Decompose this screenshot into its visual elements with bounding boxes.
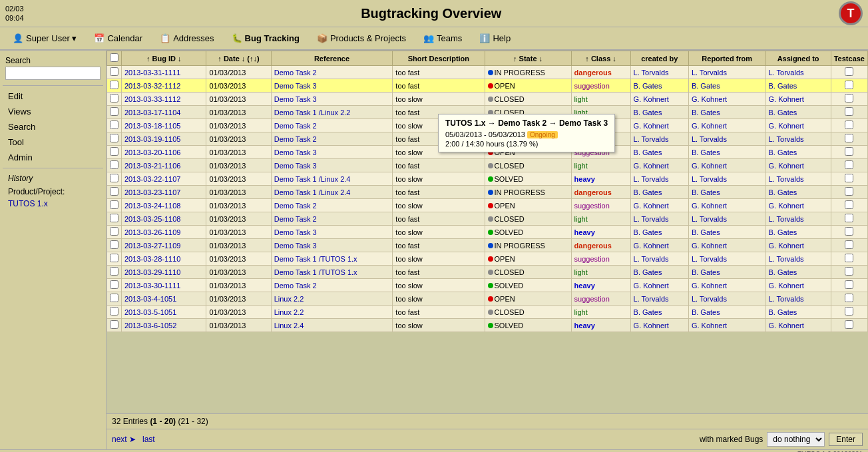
assigned-link[interactable]: B. Gates bbox=[769, 268, 797, 276]
created-by-link[interactable]: G. Kohnert bbox=[634, 322, 669, 330]
nav-teams[interactable]: 👥 Teams bbox=[416, 30, 469, 47]
testcase-checkbox[interactable] bbox=[845, 81, 853, 89]
testcase-checkbox[interactable] bbox=[845, 120, 853, 129]
row-checkbox[interactable] bbox=[110, 267, 118, 276]
th-bug-id[interactable]: ↑ Bug ID ↓ bbox=[122, 51, 206, 66]
reported-link[interactable]: B. Gates bbox=[692, 109, 720, 116]
testcase-checkbox[interactable] bbox=[845, 107, 853, 116]
assigned-link[interactable]: B. Gates bbox=[769, 228, 797, 236]
assigned-link[interactable]: B. Gates bbox=[769, 308, 797, 316]
assigned-link[interactable]: G. Kohnert bbox=[769, 202, 804, 210]
created-by-link[interactable]: L. Torvalds bbox=[634, 69, 669, 77]
th-reported-from[interactable]: Reported from bbox=[688, 51, 765, 66]
last-link[interactable]: last bbox=[142, 435, 155, 444]
assigned-link[interactable]: G. Kohnert bbox=[769, 242, 804, 250]
ref-link[interactable]: Demo Task 2 bbox=[274, 202, 317, 210]
testcase-checkbox[interactable] bbox=[845, 294, 853, 302]
assigned-link[interactable]: B. Gates bbox=[769, 82, 797, 90]
assigned-link[interactable]: L. Torvalds bbox=[769, 69, 804, 77]
assigned-link[interactable]: B. Gates bbox=[769, 148, 797, 156]
reported-link[interactable]: B. Gates bbox=[692, 148, 720, 156]
reported-link[interactable]: L. Torvalds bbox=[692, 215, 727, 223]
testcase-checkbox[interactable] bbox=[845, 254, 853, 262]
row-checkbox[interactable] bbox=[110, 227, 118, 236]
testcase-checkbox[interactable] bbox=[845, 200, 853, 209]
assigned-link[interactable]: G. Kohnert bbox=[769, 162, 804, 170]
testcase-checkbox[interactable] bbox=[845, 174, 853, 182]
bug-id-link[interactable]: 2013-03-26-1109 bbox=[124, 228, 180, 236]
row-checkbox[interactable] bbox=[110, 280, 118, 289]
row-checkbox[interactable] bbox=[110, 107, 118, 116]
row-checkbox[interactable] bbox=[110, 120, 118, 129]
reported-link[interactable]: L. Torvalds bbox=[692, 135, 727, 143]
bug-id-link[interactable]: 2013-03-30-1111 bbox=[124, 282, 180, 290]
row-checkbox[interactable] bbox=[110, 160, 118, 169]
row-checkbox[interactable] bbox=[110, 214, 118, 222]
row-checkbox[interactable] bbox=[110, 187, 118, 196]
assigned-link[interactable]: G. Kohnert bbox=[769, 322, 804, 330]
assigned-link[interactable]: L. Torvalds bbox=[769, 295, 804, 303]
sidebar-item-tool[interactable]: Tool bbox=[3, 134, 103, 150]
reported-link[interactable]: B. Gates bbox=[692, 188, 720, 196]
bug-id-link[interactable]: 2013-03-22-1107 bbox=[124, 175, 180, 183]
row-checkbox[interactable] bbox=[110, 174, 118, 182]
reported-link[interactable]: G. Kohnert bbox=[692, 122, 727, 130]
reported-link[interactable]: B. Gates bbox=[692, 268, 720, 276]
ref-link[interactable]: Linux 2.4 bbox=[274, 322, 304, 330]
reported-link[interactable]: G. Kohnert bbox=[692, 282, 727, 290]
reported-link[interactable]: B. Gates bbox=[692, 228, 720, 236]
th-checkbox[interactable] bbox=[107, 51, 122, 66]
nav-products-projects[interactable]: 📦 Products & Projects bbox=[310, 30, 413, 47]
th-short-desc[interactable]: Short Description bbox=[393, 51, 485, 66]
reported-link[interactable]: G. Kohnert bbox=[692, 242, 727, 250]
created-by-link[interactable]: G. Kohnert bbox=[634, 282, 669, 290]
ref-link[interactable]: Demo Task 3 bbox=[274, 82, 317, 90]
reported-link[interactable]: G. Kohnert bbox=[692, 95, 727, 103]
assigned-link[interactable]: G. Kohnert bbox=[769, 95, 804, 103]
reported-link[interactable]: L. Torvalds bbox=[692, 295, 727, 303]
reported-link[interactable]: B. Gates bbox=[692, 82, 720, 90]
row-checkbox[interactable] bbox=[110, 294, 118, 302]
select-all-checkbox[interactable] bbox=[110, 53, 118, 62]
search-input[interactable] bbox=[5, 67, 101, 80]
testcase-checkbox[interactable] bbox=[845, 307, 853, 316]
ref-link[interactable]: Linux 2.2 bbox=[274, 308, 304, 316]
nav-bug-tracking[interactable]: 🐛 Bug Tracking bbox=[224, 30, 307, 47]
bug-id-link[interactable]: 2013-03-21-1106 bbox=[124, 162, 180, 170]
nav-super-user[interactable]: 👤 Super User ▾ bbox=[5, 30, 84, 47]
created-by-link[interactable]: G. Kohnert bbox=[634, 122, 669, 130]
bug-id-link[interactable]: 2013-03-29-1110 bbox=[124, 268, 180, 276]
th-assigned-to[interactable]: Assigned to bbox=[765, 51, 831, 66]
row-checkbox[interactable] bbox=[110, 200, 118, 209]
created-by-link[interactable]: B. Gates bbox=[634, 109, 662, 116]
th-created-by[interactable]: created by bbox=[630, 51, 688, 66]
sidebar-item-edit[interactable]: Edit bbox=[3, 89, 103, 104]
created-by-link[interactable]: B. Gates bbox=[634, 82, 662, 90]
next-link[interactable]: next ➤ bbox=[112, 435, 136, 444]
created-by-link[interactable]: G. Kohnert bbox=[634, 202, 669, 210]
row-checkbox[interactable] bbox=[110, 147, 118, 156]
ref-link[interactable]: Demo Task 2 bbox=[274, 122, 317, 130]
ref-link[interactable]: Demo Task 3 bbox=[274, 228, 317, 236]
created-by-link[interactable]: G. Kohnert bbox=[634, 95, 669, 103]
created-by-link[interactable]: B. Gates bbox=[634, 308, 662, 316]
th-date[interactable]: ↑ Date ↓ (↑↓) bbox=[206, 51, 271, 66]
ref-link[interactable]: Demo Task 1 /Linux 2.4 bbox=[274, 175, 351, 183]
testcase-checkbox[interactable] bbox=[845, 280, 853, 289]
row-checkbox[interactable] bbox=[110, 307, 118, 316]
bug-id-link[interactable]: 2013-03-33-1112 bbox=[124, 95, 180, 103]
reported-link[interactable]: L. Torvalds bbox=[692, 69, 727, 77]
reported-link[interactable]: G. Kohnert bbox=[692, 162, 727, 170]
product-value[interactable]: TUTOS 1.x bbox=[3, 198, 103, 210]
created-by-link[interactable]: B. Gates bbox=[634, 188, 662, 196]
bulk-action-enter-button[interactable]: Enter bbox=[829, 433, 863, 446]
bug-id-link[interactable]: 2013-03-20-1106 bbox=[124, 148, 180, 156]
reported-link[interactable]: G. Kohnert bbox=[692, 322, 727, 330]
assigned-link[interactable]: B. Gates bbox=[769, 188, 797, 196]
row-checkbox[interactable] bbox=[110, 134, 118, 142]
bug-id-link[interactable]: 2013-03-19-1105 bbox=[124, 135, 180, 143]
sidebar-item-admin[interactable]: Admin bbox=[3, 150, 103, 165]
sidebar-item-search[interactable]: Search bbox=[3, 119, 103, 134]
row-checkbox[interactable] bbox=[110, 240, 118, 249]
ref-link[interactable]: Demo Task 2 bbox=[274, 69, 317, 77]
